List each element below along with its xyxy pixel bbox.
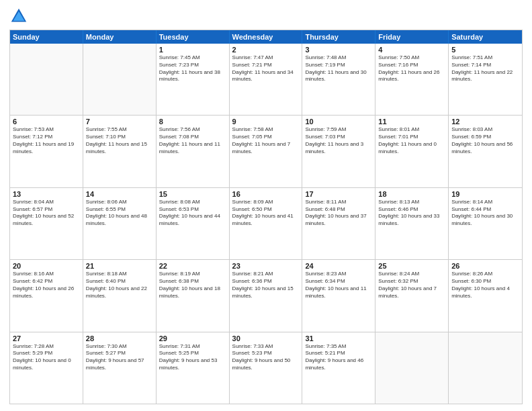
cell-details: Sunrise: 7:31 AM Sunset: 5:25 PM Dayligh…: [159, 343, 226, 372]
day-number: 15: [159, 190, 226, 198]
cell-details: Sunrise: 7:33 AM Sunset: 5:23 PM Dayligh…: [232, 343, 300, 372]
calendar-cell: 28Sunrise: 7:30 AM Sunset: 5:27 PM Dayli…: [83, 332, 157, 404]
calendar-cell: 31Sunrise: 7:35 AM Sunset: 5:21 PM Dayli…: [302, 332, 375, 404]
cell-details: Sunrise: 7:48 AM Sunset: 7:19 PM Dayligh…: [305, 54, 372, 83]
weekday-header-thursday: Thursday: [302, 30, 375, 44]
calendar-cell: 3Sunrise: 7:48 AM Sunset: 7:19 PM Daylig…: [302, 44, 375, 115]
weekday-header-friday: Friday: [375, 30, 449, 44]
cell-details: Sunrise: 7:35 AM Sunset: 5:21 PM Dayligh…: [305, 343, 372, 372]
calendar-cell: [375, 332, 449, 404]
cell-details: Sunrise: 7:59 AM Sunset: 7:03 PM Dayligh…: [305, 126, 372, 155]
calendar-cell: 1Sunrise: 7:45 AM Sunset: 7:23 PM Daylig…: [157, 44, 230, 115]
day-number: 8: [159, 118, 226, 126]
calendar-cell: 13Sunrise: 8:04 AM Sunset: 6:57 PM Dayli…: [10, 188, 83, 259]
cell-details: Sunrise: 7:56 AM Sunset: 7:08 PM Dayligh…: [159, 126, 226, 155]
calendar-cell: 24Sunrise: 8:23 AM Sunset: 6:34 PM Dayli…: [302, 260, 375, 331]
day-number: 27: [13, 334, 80, 342]
calendar-cell: 19Sunrise: 8:14 AM Sunset: 6:44 PM Dayli…: [449, 188, 522, 259]
cell-details: Sunrise: 8:19 AM Sunset: 6:38 PM Dayligh…: [159, 271, 226, 300]
cell-details: Sunrise: 7:50 AM Sunset: 7:16 PM Dayligh…: [378, 54, 445, 83]
day-number: 23: [232, 262, 300, 270]
page: SundayMondayTuesdayWednesdayThursdayFrid…: [0, 0, 532, 411]
day-number: 13: [13, 190, 80, 198]
cell-details: Sunrise: 7:30 AM Sunset: 5:27 PM Dayligh…: [86, 343, 153, 372]
day-number: 31: [305, 334, 372, 342]
cell-details: Sunrise: 8:21 AM Sunset: 6:36 PM Dayligh…: [232, 271, 300, 300]
calendar-cell: 22Sunrise: 8:19 AM Sunset: 6:38 PM Dayli…: [157, 260, 230, 331]
cell-details: Sunrise: 7:55 AM Sunset: 7:10 PM Dayligh…: [86, 126, 153, 155]
cell-details: Sunrise: 7:47 AM Sunset: 7:21 PM Dayligh…: [232, 54, 300, 83]
day-number: 20: [13, 262, 80, 270]
day-number: 3: [305, 46, 372, 54]
calendar-row-4: 27Sunrise: 7:28 AM Sunset: 5:29 PM Dayli…: [10, 332, 522, 404]
day-number: 4: [378, 46, 445, 54]
day-number: 9: [232, 118, 300, 126]
calendar-cell: 5Sunrise: 7:51 AM Sunset: 7:14 PM Daylig…: [449, 44, 522, 115]
weekday-header-wednesday: Wednesday: [230, 30, 303, 44]
logo: [9, 7, 31, 26]
cell-details: Sunrise: 8:23 AM Sunset: 6:34 PM Dayligh…: [305, 271, 372, 300]
day-number: 29: [159, 334, 226, 342]
cell-details: Sunrise: 8:08 AM Sunset: 6:53 PM Dayligh…: [159, 199, 226, 228]
day-number: 19: [451, 190, 519, 198]
cell-details: Sunrise: 8:09 AM Sunset: 6:50 PM Dayligh…: [232, 199, 300, 228]
calendar-cell: 7Sunrise: 7:55 AM Sunset: 7:10 PM Daylig…: [83, 116, 157, 187]
calendar-cell: 21Sunrise: 8:18 AM Sunset: 6:40 PM Dayli…: [83, 260, 157, 331]
calendar-cell: [10, 44, 83, 115]
calendar-cell: 11Sunrise: 8:01 AM Sunset: 7:01 PM Dayli…: [375, 116, 449, 187]
day-number: 28: [86, 334, 153, 342]
day-number: 17: [305, 190, 372, 198]
cell-details: Sunrise: 7:28 AM Sunset: 5:29 PM Dayligh…: [13, 343, 80, 372]
cell-details: Sunrise: 8:18 AM Sunset: 6:40 PM Dayligh…: [86, 271, 153, 300]
calendar: SundayMondayTuesdayWednesdayThursdayFrid…: [9, 30, 523, 404]
day-number: 21: [86, 262, 153, 270]
calendar-cell: 2Sunrise: 7:47 AM Sunset: 7:21 PM Daylig…: [230, 44, 303, 115]
calendar-cell: 9Sunrise: 7:58 AM Sunset: 7:05 PM Daylig…: [230, 116, 303, 187]
day-number: 24: [305, 262, 372, 270]
calendar-cell: 26Sunrise: 8:26 AM Sunset: 6:30 PM Dayli…: [449, 260, 522, 331]
day-number: 25: [378, 262, 445, 270]
cell-details: Sunrise: 8:01 AM Sunset: 7:01 PM Dayligh…: [378, 126, 445, 155]
day-number: 14: [86, 190, 153, 198]
cell-details: Sunrise: 8:24 AM Sunset: 6:32 PM Dayligh…: [378, 271, 445, 300]
header: [9, 7, 523, 26]
calendar-cell: 12Sunrise: 8:03 AM Sunset: 6:59 PM Dayli…: [449, 116, 522, 187]
day-number: 12: [451, 118, 519, 126]
calendar-cell: 8Sunrise: 7:56 AM Sunset: 7:08 PM Daylig…: [157, 116, 230, 187]
calendar-cell: 18Sunrise: 8:13 AM Sunset: 6:46 PM Dayli…: [375, 188, 449, 259]
calendar-cell: 6Sunrise: 7:53 AM Sunset: 7:12 PM Daylig…: [10, 116, 83, 187]
calendar-cell: 14Sunrise: 8:06 AM Sunset: 6:55 PM Dayli…: [83, 188, 157, 259]
calendar-cell: 4Sunrise: 7:50 AM Sunset: 7:16 PM Daylig…: [375, 44, 449, 115]
weekday-header-sunday: Sunday: [10, 30, 83, 44]
calendar-cell: [83, 44, 157, 115]
calendar-row-3: 20Sunrise: 8:16 AM Sunset: 6:42 PM Dayli…: [10, 259, 522, 331]
cell-details: Sunrise: 8:26 AM Sunset: 6:30 PM Dayligh…: [451, 271, 519, 300]
calendar-header: SundayMondayTuesdayWednesdayThursdayFrid…: [10, 30, 522, 44]
calendar-cell: 10Sunrise: 7:59 AM Sunset: 7:03 PM Dayli…: [302, 116, 375, 187]
cell-details: Sunrise: 8:06 AM Sunset: 6:55 PM Dayligh…: [86, 199, 153, 228]
day-number: 16: [232, 190, 300, 198]
calendar-cell: [449, 332, 522, 404]
logo-icon: [9, 7, 28, 26]
day-number: 26: [451, 262, 519, 270]
cell-details: Sunrise: 7:51 AM Sunset: 7:14 PM Dayligh…: [451, 54, 519, 83]
calendar-cell: 15Sunrise: 8:08 AM Sunset: 6:53 PM Dayli…: [157, 188, 230, 259]
calendar-row-2: 13Sunrise: 8:04 AM Sunset: 6:57 PM Dayli…: [10, 187, 522, 259]
day-number: 1: [159, 46, 226, 54]
cell-details: Sunrise: 7:45 AM Sunset: 7:23 PM Dayligh…: [159, 54, 226, 83]
day-number: 22: [159, 262, 226, 270]
calendar-cell: 23Sunrise: 8:21 AM Sunset: 6:36 PM Dayli…: [230, 260, 303, 331]
cell-details: Sunrise: 8:13 AM Sunset: 6:46 PM Dayligh…: [378, 199, 445, 228]
calendar-cell: 17Sunrise: 8:11 AM Sunset: 6:48 PM Dayli…: [302, 188, 375, 259]
calendar-body: 1Sunrise: 7:45 AM Sunset: 7:23 PM Daylig…: [10, 44, 522, 404]
calendar-cell: 30Sunrise: 7:33 AM Sunset: 5:23 PM Dayli…: [230, 332, 303, 404]
calendar-cell: 27Sunrise: 7:28 AM Sunset: 5:29 PM Dayli…: [10, 332, 83, 404]
day-number: 5: [451, 46, 519, 54]
cell-details: Sunrise: 7:53 AM Sunset: 7:12 PM Dayligh…: [13, 126, 80, 155]
day-number: 11: [378, 118, 445, 126]
day-number: 18: [378, 190, 445, 198]
cell-details: Sunrise: 8:14 AM Sunset: 6:44 PM Dayligh…: [451, 199, 519, 228]
calendar-cell: 20Sunrise: 8:16 AM Sunset: 6:42 PM Dayli…: [10, 260, 83, 331]
weekday-header-saturday: Saturday: [449, 30, 522, 44]
day-number: 2: [232, 46, 300, 54]
